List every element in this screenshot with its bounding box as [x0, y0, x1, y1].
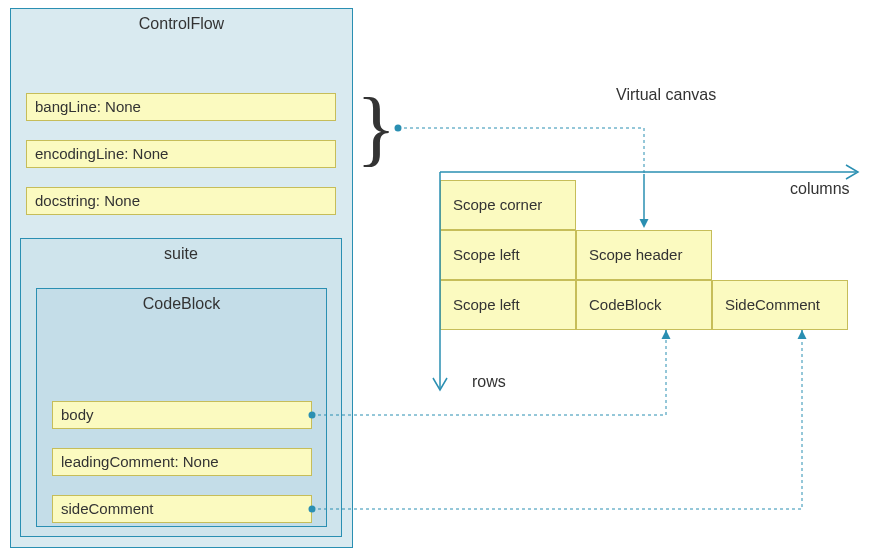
virtual-canvas-title: Virtual canvas [616, 86, 716, 104]
panel-suite-title: suite [21, 245, 341, 263]
field-docstring: docstring: None [26, 187, 336, 215]
cell-codeblock: CodeBlock [576, 280, 712, 330]
panel-controlflow-title: ControlFlow [11, 15, 352, 33]
field-encodingline: encodingLine: None [26, 140, 336, 168]
columns-axis-label: columns [790, 180, 850, 198]
cell-sidecomment: SideComment [712, 280, 848, 330]
field-bangline: bangLine: None [26, 93, 336, 121]
rows-axis-label: rows [472, 373, 506, 391]
cell-scope-header: Scope header [576, 230, 712, 280]
svg-marker-10 [798, 330, 807, 339]
svg-marker-7 [662, 330, 671, 339]
cell-scope-corner: Scope corner [440, 180, 576, 230]
columns-axis-arrow [440, 165, 858, 179]
brace-icon: } [356, 86, 396, 170]
connector-sidecomment-to-cell [309, 330, 807, 513]
field-leadingcomment: leadingComment: None [52, 448, 312, 476]
cell-scope-left-2: Scope left [440, 280, 576, 330]
cell-scope-left-1: Scope left [440, 230, 576, 280]
field-body: body [52, 401, 312, 429]
svg-marker-4 [640, 219, 649, 228]
field-sidecomment: sideComment [52, 495, 312, 523]
panel-codeblock-title: CodeBlock [37, 295, 326, 313]
